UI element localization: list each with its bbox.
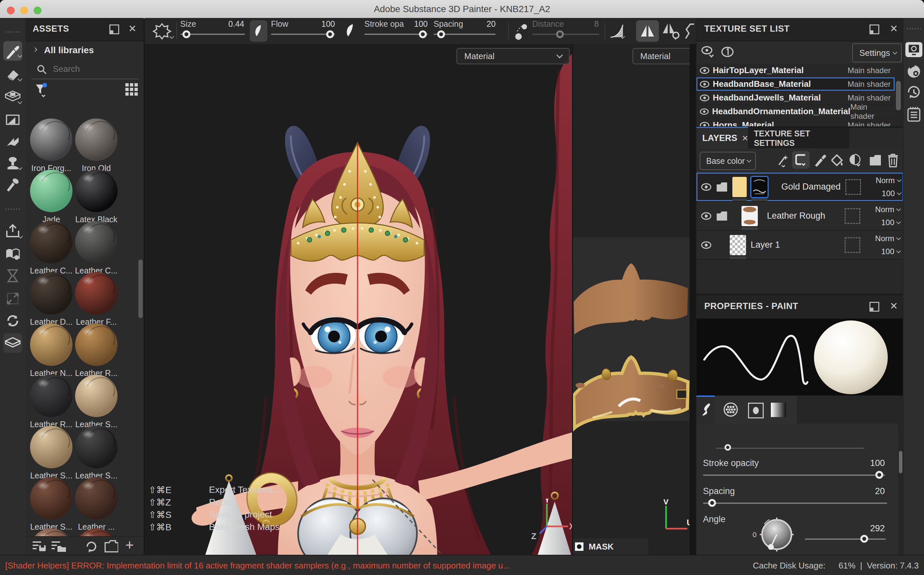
layer-image-thumbnail[interactable] (741, 206, 758, 226)
layers-tab-close-icon[interactable]: ✕ (742, 133, 748, 143)
effect-wand-icon[interactable] (778, 154, 790, 167)
material-item[interactable]: Leather R... (74, 323, 119, 375)
layer-blend-mode[interactable]: Norm (875, 205, 900, 214)
size-value[interactable]: 0.44 (215, 19, 244, 29)
texture-set-shader[interactable]: Main shader (848, 66, 891, 75)
mesh-box-icon[interactable] (5, 337, 21, 349)
grid-view-icon[interactable] (126, 83, 138, 95)
size-slider-knob[interactable] (183, 30, 190, 38)
texture-set-shader[interactable]: Main shader (848, 93, 891, 102)
sync-icon[interactable] (6, 314, 20, 328)
layer-empty-effect-box[interactable] (844, 237, 860, 253)
spacing-value[interactable]: 20 (467, 19, 496, 29)
brush-tab-icon[interactable] (700, 403, 711, 417)
material-item[interactable]: Leather ... (74, 477, 119, 528)
viewport-3d[interactable]: Material ⇧⌘E Export Textures... ⇧⌘Z Redo (145, 44, 572, 555)
prop-stroke-opacity-value[interactable]: 100 (846, 458, 885, 468)
layer-name[interactable]: Layer 1 (751, 240, 780, 250)
filter-icon[interactable] (35, 83, 49, 98)
layer-blend-mode[interactable]: Norm (875, 234, 900, 243)
stroke-opacity-prop-slider[interactable] (703, 475, 885, 476)
shader-settings-icon[interactable] (907, 64, 921, 79)
properties-close-icon[interactable]: ✕ (890, 301, 898, 311)
brush-nib2-icon[interactable] (345, 24, 355, 38)
material-item[interactable]: Leather F... (74, 272, 119, 323)
material-item[interactable]: Leather S... (74, 375, 119, 426)
layer-visibility-icon[interactable] (701, 212, 711, 220)
texture-set-eye-icon[interactable] (700, 67, 709, 74)
texture-set-shader[interactable]: Main shader (848, 121, 891, 127)
brush-falloff-button[interactable] (250, 20, 267, 42)
viewport-2d[interactable]: Material MASK V U (573, 44, 690, 555)
layer-mask-wrap[interactable] (751, 177, 768, 197)
material-item[interactable]: Iron Forg... (29, 118, 74, 170)
texture-set-list-header[interactable]: TEXTURE SET LIST ✕ (697, 18, 903, 41)
stroke-opacity-slider[interactable] (364, 33, 428, 35)
prop-spacing-value[interactable]: 20 (846, 486, 885, 496)
layer-mask-thumbnail[interactable] (751, 177, 768, 197)
lazy-mouse-icon[interactable] (684, 22, 695, 40)
mini-slider[interactable] (716, 448, 865, 449)
flow-value[interactable]: 100 (307, 19, 335, 29)
stroke-opacity-prop-knob[interactable] (875, 471, 883, 479)
texture-set-row[interactable]: HeadbandBase_Material Main shader (697, 77, 895, 91)
texture-set-eye-icon[interactable] (700, 122, 709, 127)
material-item[interactable]: Jade (29, 170, 74, 221)
texture-set-scrollbar[interactable] (896, 81, 901, 110)
toolbar-grip-handle2[interactable] (6, 208, 20, 210)
spacing-prop-knob[interactable] (708, 499, 716, 507)
material-item[interactable]: Latex Black (74, 170, 119, 221)
resources-updater-icon[interactable] (5, 247, 21, 261)
material-item[interactable]: Leather S... (74, 426, 119, 477)
layer-swatch-wrap[interactable] (732, 177, 747, 197)
material-item[interactable]: Leather R... (29, 375, 74, 426)
spacing-prop-slider[interactable] (703, 502, 887, 504)
tab-texture-set-settings[interactable]: TEXTURE SET SETTINGS (748, 128, 849, 148)
all-libraries-expand-icon[interactable] (33, 47, 37, 52)
search-input[interactable] (52, 64, 135, 75)
paint-tool-icon[interactable] (6, 44, 20, 59)
mask-chip[interactable]: MASK (573, 538, 648, 555)
texture-set-eye-icon[interactable] (700, 94, 709, 102)
material-item[interactable]: Leather N... (29, 323, 74, 375)
mini-slider-knob[interactable] (725, 444, 731, 451)
assets-float-icon[interactable] (110, 24, 119, 34)
polygon-fill-tool-icon[interactable] (6, 113, 20, 127)
fill-bucket-icon[interactable] (831, 154, 844, 167)
assets-close-icon[interactable]: ✕ (128, 24, 137, 33)
folder-icon[interactable] (105, 540, 118, 553)
strip-grip-handle[interactable] (907, 28, 921, 29)
title-bar[interactable]: Adobe Substance 3D Painter - KNB217_A2 (0, 0, 924, 19)
layer-empty-effect-box[interactable] (844, 208, 860, 224)
viewport3d-shading-dropdown[interactable]: Material (456, 48, 570, 64)
layer-empty-effect-box[interactable] (845, 179, 861, 195)
texture-set-eye-icon[interactable] (700, 81, 709, 88)
display-settings-selected[interactable] (905, 42, 922, 57)
layer-row[interactable]: Layer 1 Norm 100 (697, 231, 903, 260)
history-icon[interactable] (907, 85, 921, 100)
angle-dial[interactable]: 0 (751, 516, 800, 555)
tab-particles-icon[interactable] (723, 402, 738, 417)
mask-stencil-button[interactable] (792, 151, 810, 169)
texture-set-list-close-icon[interactable]: ✕ (890, 24, 898, 33)
tab-stencil-icon[interactable] (748, 403, 764, 418)
material-item[interactable]: Leather D... (29, 272, 74, 323)
layer-opacity[interactable]: 100 (882, 189, 901, 198)
material-picker-tool-icon[interactable] (6, 177, 20, 192)
layer-folder-icon[interactable] (716, 183, 728, 192)
spray-distance-icon[interactable] (513, 22, 530, 41)
refresh-icon[interactable] (85, 540, 98, 553)
layer-row[interactable]: Leather Rough Norm 100 (697, 202, 903, 231)
layer-image-wrap[interactable] (741, 206, 758, 226)
tab-gradient-icon[interactable] (771, 403, 786, 417)
assets-scrollbar[interactable] (138, 259, 143, 318)
clone-tool-icon[interactable] (6, 156, 20, 171)
prop-angle-value[interactable]: 292 (846, 523, 885, 534)
layer-name[interactable]: Leather Rough (767, 211, 825, 221)
visibility-options-icon[interactable] (701, 46, 716, 58)
texture-set-eye-icon[interactable] (700, 108, 709, 115)
delete-layer-icon[interactable] (887, 153, 899, 167)
add-folder-icon[interactable] (869, 155, 881, 165)
smudge-tool-icon[interactable] (6, 135, 20, 148)
material-item[interactable]: Leather S... (29, 477, 74, 528)
